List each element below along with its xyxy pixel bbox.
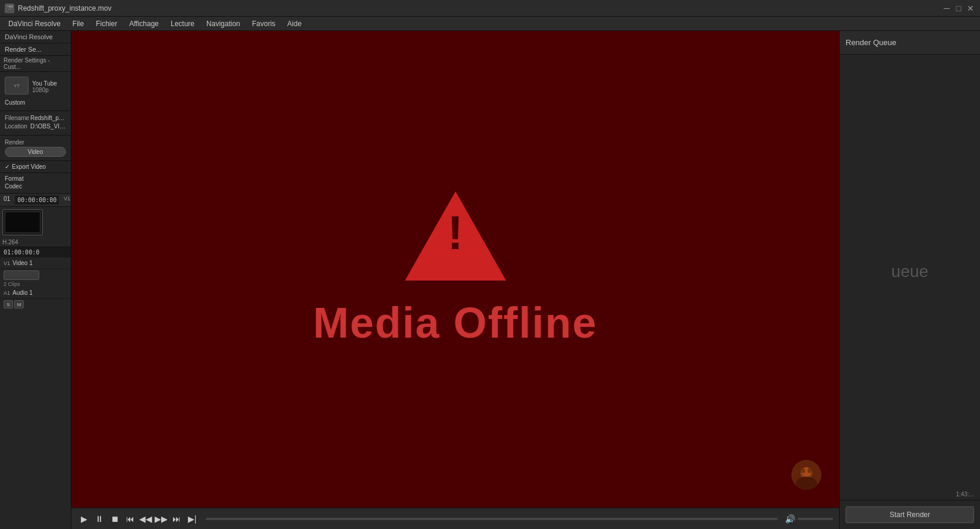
pause-button[interactable]: ⏸: [93, 512, 106, 525]
queue-empty-display: ueue: [891, 262, 928, 281]
preset-info: You Tube 1080p: [32, 80, 57, 93]
media-offline-text: Media Offline: [313, 298, 597, 347]
volume-icon: 🔊: [785, 514, 795, 524]
render-queue-header: Render Queue: [840, 31, 980, 55]
window-title: Redshift_proxy_instance.mov: [18, 4, 942, 12]
time-display: 01:00:00:0: [0, 247, 71, 257]
timeline-header: 01 00:00:00:00 V1: [0, 194, 71, 207]
title-bar: 🎬 Redshift_proxy_instance.mov ─ □ ✕: [0, 0, 980, 17]
render-queue-content: ueue: [840, 55, 980, 489]
start-render-button[interactable]: Start Render: [846, 506, 974, 523]
render-settings-header: Render Se...: [0, 43, 71, 56]
preset-icon: YT: [5, 77, 29, 95]
codec-row: Codec: [5, 183, 66, 190]
location-row: Location D:\OBS_VID...: [5, 123, 66, 130]
v1-label: V1: [4, 260, 10, 266]
render-btn-area: Render Video: [0, 136, 71, 161]
preset-resolution: 1080p: [32, 87, 57, 93]
thumbnail-image: [5, 212, 40, 233]
format-label: Format: [5, 175, 24, 182]
playback-progress-bar[interactable]: [206, 518, 778, 520]
menu-bar: DaVinci Resolve File Fichier Affichage L…: [0, 17, 980, 31]
filename-value: Redshift_pro...: [30, 115, 66, 121]
watermark-avatar: [791, 460, 821, 490]
menu-lecture[interactable]: Lecture: [165, 17, 200, 30]
format-area: Format Codec: [0, 173, 71, 194]
stop-button[interactable]: ⏹: [108, 512, 121, 525]
svg-point-5: [808, 468, 811, 473]
step-back-button[interactable]: ◀◀: [139, 512, 152, 525]
close-button[interactable]: ✕: [966, 4, 975, 13]
playback-controls: ▶ ⏸ ⏹ ⏮ ◀◀ ▶▶ ⏭ ▶| 🔊: [71, 508, 839, 529]
track-area: V1 Video 1 2 Clips A1 Audio 1 S M: [0, 257, 71, 308]
codec-display: H.264: [0, 238, 71, 247]
render-settings-subtitle: Render Settings - Cust...: [0, 56, 71, 72]
preset-name: You Tube: [32, 80, 57, 87]
menu-davinci[interactable]: DaVinci Resolve: [2, 17, 67, 30]
video-track-row: V1 Video 1: [0, 257, 71, 269]
timecode-display: 00:00:00:00: [15, 196, 59, 204]
clip-bar: [4, 270, 39, 280]
left-panel: DaVinci Resolve Render Se... Render Sett…: [0, 31, 71, 529]
watermark: [791, 460, 827, 496]
menu-affichage[interactable]: Affichage: [123, 17, 165, 30]
track-controls: S M: [0, 300, 71, 308]
warning-triangle-container: !: [405, 191, 506, 281]
volume-area: 🔊: [785, 514, 833, 524]
preset-area: YT You Tube 1080p Custom: [0, 72, 71, 111]
skip-back-button[interactable]: ⏮: [124, 512, 137, 525]
menu-file-en[interactable]: File: [67, 17, 90, 30]
start-render-area: Start Render: [840, 500, 980, 529]
filename-row: Filename Redshift_pro...: [5, 115, 66, 121]
skip-forward-button[interactable]: ⏭: [170, 512, 183, 525]
maximize-button[interactable]: □: [954, 4, 963, 13]
codec-label: Codec: [5, 183, 22, 190]
menu-navigation[interactable]: Navigation: [200, 17, 246, 30]
play-button[interactable]: ▶: [77, 512, 90, 525]
format-row: Format: [5, 175, 66, 182]
preview-main: ! Media Offline: [71, 31, 839, 508]
app-icon: 🎬: [5, 4, 14, 13]
menu-favoris[interactable]: Favoris: [246, 17, 281, 30]
video-track-name: Video 1: [12, 260, 33, 266]
window-controls: ─ □ ✕: [942, 4, 975, 13]
custom-label: Custom: [5, 99, 66, 106]
export-video-label: Export Video: [12, 163, 46, 170]
clip-count: 2 Clips: [0, 281, 71, 287]
video-tab[interactable]: Video: [5, 147, 66, 157]
settings-fields: Filename Redshift_pro... Location D:\OBS…: [0, 111, 71, 136]
timeline-01: 01: [4, 196, 10, 204]
minimize-button[interactable]: ─: [942, 4, 951, 13]
davinci-label: DaVinci Resolve: [0, 31, 71, 43]
step-forward-button[interactable]: ▶▶: [155, 512, 168, 525]
location-value: D:\OBS_VID...: [30, 123, 66, 130]
location-label: Location: [5, 123, 27, 130]
solo-button[interactable]: S: [4, 300, 13, 308]
render-queue-title: Render Queue: [846, 38, 896, 47]
filename-label: Filename: [5, 115, 29, 121]
menu-fichier[interactable]: Fichier: [90, 17, 123, 30]
render-label: Render: [5, 139, 66, 146]
frame-step-button[interactable]: ▶|: [186, 512, 199, 525]
clip-thumbnail: [2, 209, 43, 235]
audio-track-row: A1 Audio 1: [0, 287, 71, 299]
clip-block: [0, 269, 71, 281]
audio-track-name: Audio 1: [12, 289, 33, 296]
right-panel: Render Queue ueue 1:43:... Start Render: [839, 31, 980, 529]
menu-aide[interactable]: Aide: [281, 17, 307, 30]
exclamation-mark: !: [447, 209, 463, 257]
v1-header-label: V1: [64, 196, 70, 204]
export-video-row: ✓ Export Video: [0, 161, 71, 173]
check-mark: ✓: [5, 163, 10, 170]
thumbnail-area: [0, 207, 71, 238]
mute-button[interactable]: M: [14, 300, 24, 308]
main-area: DaVinci Resolve Render Se... Render Sett…: [0, 31, 980, 529]
svg-point-4: [802, 468, 805, 473]
render-time-display: 1:43:...: [840, 489, 980, 500]
video-preview: ! Media Offline: [71, 31, 839, 529]
timeline-area: 01 00:00:00:00 V1 H.264 01:00:00:0 V1 Vi…: [0, 194, 71, 529]
volume-slider[interactable]: [797, 518, 833, 520]
warning-icon: !: [405, 191, 506, 281]
a1-label: A1: [4, 290, 10, 296]
